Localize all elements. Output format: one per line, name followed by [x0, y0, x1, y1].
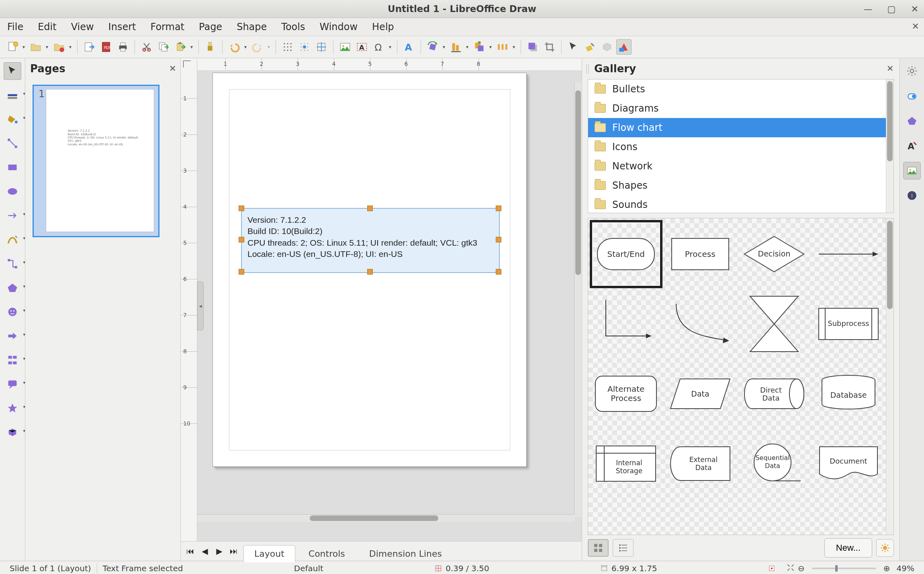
- menu-window[interactable]: Window: [312, 19, 365, 35]
- menu-shape[interactable]: Shape: [229, 19, 274, 35]
- arrange-button[interactable]: [472, 39, 487, 55]
- pointer-tool-button[interactable]: [566, 39, 581, 55]
- print-button[interactable]: [115, 39, 131, 55]
- fit-page-button[interactable]: [787, 564, 795, 574]
- gallery-item-hourglass[interactable]: [738, 290, 811, 358]
- block-arrows-tool[interactable]: ▾: [4, 327, 21, 345]
- next-page-button[interactable]: ▶: [214, 546, 225, 557]
- gallery-item-subprocess[interactable]: Subprocess: [812, 290, 885, 358]
- draw-functions-toggle-button[interactable]: [616, 39, 632, 55]
- save-button[interactable]: [51, 39, 67, 55]
- menu-tools[interactable]: Tools: [274, 19, 312, 35]
- select-tool[interactable]: [4, 62, 21, 80]
- gallery-cat-diagrams[interactable]: Diagrams: [588, 99, 893, 118]
- gallery-new-theme-button[interactable]: New...: [824, 538, 872, 558]
- menu-help[interactable]: Help: [365, 19, 401, 35]
- gallery-cat-icons[interactable]: Icons: [588, 137, 893, 157]
- special-char-dropdown[interactable]: [387, 39, 393, 55]
- fill-color-tool[interactable]: ▾: [4, 110, 21, 128]
- canvas-vscrollbar[interactable]: [574, 82, 582, 517]
- menu-page[interactable]: Page: [192, 19, 229, 35]
- zoom-in-button[interactable]: ⊕: [883, 564, 890, 573]
- gallery-item-arrow-curve[interactable]: [664, 290, 737, 358]
- sidebar-settings-icon[interactable]: [903, 62, 921, 80]
- drawing-page[interactable]: Version: 7.1.2.2 Build ID: 10(Build:2) C…: [213, 73, 527, 467]
- paste-button[interactable]: [173, 39, 188, 55]
- redo-dropdown[interactable]: [266, 39, 272, 55]
- menu-format[interactable]: Format: [143, 19, 192, 35]
- fontwork-button[interactable]: A: [401, 39, 417, 55]
- sidebar-tab-gallery[interactable]: [903, 162, 921, 179]
- status-style[interactable]: Default: [288, 564, 329, 573]
- basic-shapes-tool[interactable]: ▾: [4, 279, 21, 297]
- gallery-grid-scrollbar[interactable]: [886, 218, 893, 535]
- gallery-item-process[interactable]: Process: [664, 220, 737, 288]
- canvas-hscrollbar[interactable]: [197, 514, 574, 522]
- new-document-dropdown[interactable]: [21, 39, 27, 55]
- ellipse-tool[interactable]: [4, 183, 21, 200]
- pages-panel-close[interactable]: ×: [169, 63, 176, 73]
- insert-image-button[interactable]: [337, 39, 353, 55]
- collapse-pages-grabber[interactable]: ◂: [197, 281, 204, 330]
- gallery-item-direct-data[interactable]: DirectData: [738, 360, 811, 428]
- gallery-item-database[interactable]: Database: [812, 360, 885, 428]
- tab-dimension-lines[interactable]: Dimension Lines: [358, 545, 453, 562]
- last-page-button[interactable]: ⏭: [228, 546, 239, 557]
- extrusion-button[interactable]: [599, 39, 615, 55]
- gluepoints-button[interactable]: [583, 39, 598, 55]
- tab-layout[interactable]: Layout: [243, 545, 295, 562]
- gallery-item-external-data[interactable]: ExternalData: [664, 429, 737, 498]
- menu-view[interactable]: View: [64, 19, 101, 35]
- page-thumbnail-1[interactable]: 1 Version: 7.1.2.2Build ID: 10(Build:2)C…: [33, 85, 159, 237]
- arrow-line-tool[interactable]: ▾: [4, 207, 21, 224]
- callouts-tool[interactable]: ▾: [4, 375, 21, 393]
- gallery-item-start-end[interactable]: Start/End: [590, 220, 662, 288]
- insert-special-char-button[interactable]: Ω: [371, 39, 386, 55]
- guides-button[interactable]: [314, 39, 329, 55]
- undo-button[interactable]: [227, 39, 242, 55]
- gallery-item-decision[interactable]: Decision: [738, 220, 811, 288]
- window-maximize-button[interactable]: ▢: [885, 4, 897, 14]
- crop-button[interactable]: [542, 39, 557, 55]
- ruler-vertical[interactable]: 1 2 3 4 5 6 7 8 9 10: [181, 70, 197, 541]
- export-button[interactable]: [82, 39, 97, 55]
- gallery-close-button[interactable]: ×: [887, 63, 894, 73]
- gallery-item-document[interactable]: Document: [812, 429, 885, 498]
- symbol-shapes-tool[interactable]: ▾: [4, 303, 21, 321]
- gallery-item-alternate-process[interactable]: Alternate Process: [590, 360, 662, 428]
- undo-dropdown[interactable]: [243, 39, 248, 55]
- zoom-slider[interactable]: [812, 568, 876, 569]
- ruler-horizontal[interactable]: 1 2 3 4 5 6 7 8: [197, 58, 582, 71]
- 3d-tool[interactable]: ▾: [4, 423, 21, 441]
- open-button[interactable]: [28, 39, 43, 55]
- open-dropdown[interactable]: [44, 39, 50, 55]
- align-button[interactable]: [448, 39, 464, 55]
- curve-tool[interactable]: ▾: [4, 231, 21, 248]
- zoom-out-button[interactable]: ⊖: [798, 564, 805, 573]
- gallery-item-internal-storage[interactable]: InternalStorage: [590, 429, 662, 498]
- cut-button[interactable]: [139, 39, 154, 55]
- arrange-dropdown[interactable]: [488, 39, 493, 55]
- canvas-scroll-area[interactable]: ◂ ▸ Version: 7.1.2.2 Build ID: 1: [197, 70, 582, 541]
- redo-button[interactable]: [250, 39, 265, 55]
- gallery-item-data[interactable]: Data: [664, 360, 737, 428]
- rectangle-tool[interactable]: [4, 159, 21, 176]
- zoom-percent[interactable]: 49%: [897, 564, 914, 573]
- copy-button[interactable]: [156, 39, 171, 55]
- gallery-properties-button[interactable]: [876, 539, 894, 557]
- first-page-button[interactable]: ⏮: [185, 546, 196, 557]
- snap-to-grid-button[interactable]: [297, 39, 312, 55]
- shadow-button[interactable]: [525, 39, 540, 55]
- gallery-cat-flowchart[interactable]: Flow chart: [588, 118, 893, 137]
- new-document-button[interactable]: [5, 39, 20, 55]
- grid-toggle-button[interactable]: [280, 39, 295, 55]
- paste-dropdown[interactable]: [189, 39, 194, 55]
- gallery-item-arrow-down-right[interactable]: [590, 290, 662, 358]
- close-document-button[interactable]: ✕: [912, 21, 919, 31]
- gallery-cat-scrollbar[interactable]: [886, 79, 893, 213]
- line-tool[interactable]: [4, 134, 21, 152]
- sidebar-grip[interactable]: [585, 64, 589, 73]
- window-minimize-button[interactable]: —: [862, 4, 874, 14]
- save-dropdown[interactable]: [67, 39, 73, 55]
- rotate-button[interactable]: [425, 39, 440, 55]
